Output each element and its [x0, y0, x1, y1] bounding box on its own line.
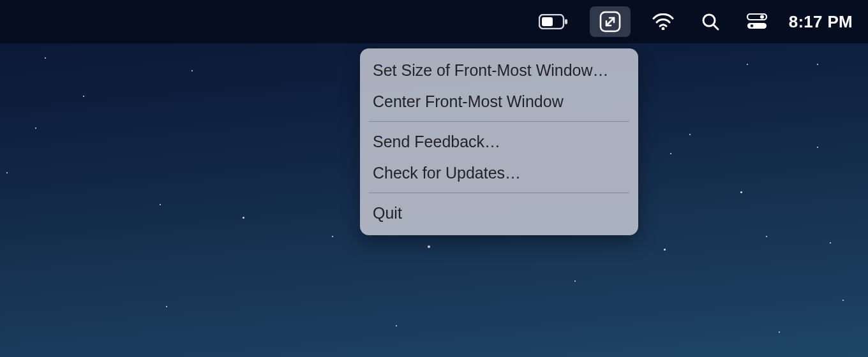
spotlight-search-icon[interactable]	[696, 6, 725, 37]
svg-rect-9	[747, 23, 767, 29]
svg-point-8	[760, 15, 764, 19]
control-center-icon[interactable]	[742, 6, 772, 37]
battery-icon[interactable]	[534, 6, 573, 37]
menu-item-quit[interactable]: Quit	[360, 198, 638, 229]
wifi-icon[interactable]	[647, 6, 679, 37]
menu-item-check-updates[interactable]: Check for Updates…	[360, 157, 638, 189]
menu-separator	[369, 121, 629, 122]
menu-item-set-size[interactable]: Set Size of Front-Most Window…	[360, 55, 638, 86]
menu-item-center-window[interactable]: Center Front-Most Window	[360, 86, 638, 117]
menubar-clock[interactable]: 8:17 PM	[789, 12, 853, 32]
app-dropdown-menu: Set Size of Front-Most Window… Center Fr…	[360, 48, 638, 235]
svg-point-4	[661, 27, 664, 30]
window-resize-app-icon[interactable]	[590, 6, 631, 37]
svg-rect-2	[542, 17, 553, 26]
svg-point-10	[750, 24, 753, 27]
svg-rect-1	[565, 19, 567, 24]
menubar: 8:17 PM	[0, 0, 868, 43]
menu-item-send-feedback[interactable]: Send Feedback…	[360, 126, 638, 157]
menu-separator	[369, 193, 629, 193]
svg-line-6	[714, 25, 718, 29]
